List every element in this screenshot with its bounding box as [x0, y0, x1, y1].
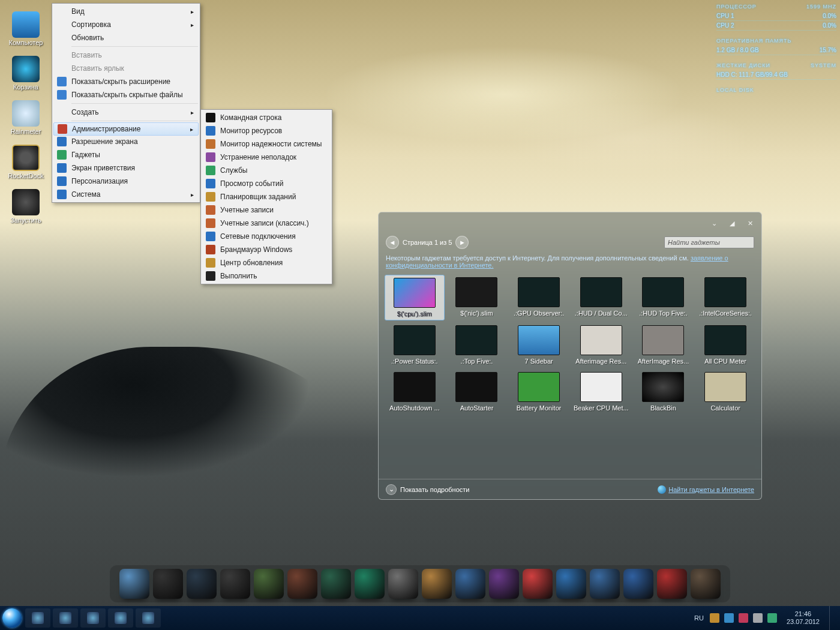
gadget-item[interactable]: $('nic').slim	[447, 275, 507, 320]
gadget-item[interactable]: All CPU Meter	[695, 323, 755, 367]
dock-item[interactable]	[590, 569, 620, 599]
gadget-item[interactable]: AfterImage Res...	[634, 323, 694, 367]
page-next-button[interactable]: ►	[455, 236, 469, 249]
taskbar-pinned-app[interactable]	[136, 608, 161, 628]
gadget-label: AfterImage Res...	[638, 358, 689, 365]
close-icon[interactable]: ✕	[745, 218, 755, 229]
language-indicator[interactable]: RU	[694, 614, 704, 622]
start-button[interactable]	[0, 606, 24, 630]
gadgets-titlebar[interactable]: ⌄ ◢ ✕	[379, 212, 761, 234]
show-desktop-button[interactable]	[829, 606, 835, 630]
tray-icon[interactable]	[724, 613, 734, 623]
back-icon[interactable]: ⌄	[709, 218, 719, 229]
gadget-item[interactable]: .:Power Status:.	[385, 323, 445, 367]
taskbar-pinned-app[interactable]	[108, 608, 133, 628]
globe-icon	[658, 485, 666, 494]
dock-item[interactable]	[422, 569, 452, 599]
gadget-item[interactable]: .:IntelCoreSeries:.	[695, 275, 755, 320]
menu-icon	[206, 126, 215, 136]
menu-item[interactable]: Учетные записи (классич.)	[202, 217, 331, 230]
dock-item[interactable]	[187, 569, 217, 599]
gadget-item[interactable]: Afterimage Res...	[571, 323, 631, 367]
menu-item[interactable]: Показать/скрыть расширение	[53, 75, 199, 88]
gadget-item[interactable]: BlackBin	[634, 370, 694, 414]
menu-item[interactable]: Персонализация	[53, 175, 199, 188]
expand-icon[interactable]: ⌄	[386, 484, 397, 495]
menu-item[interactable]: Монитор ресурсов	[202, 124, 331, 137]
desktop-icon[interactable]: Rainmeter	[3, 92, 49, 135]
menu-item[interactable]: Разрешение экрана	[53, 135, 199, 148]
menu-icon	[57, 176, 67, 186]
menu-item[interactable]: Планировщик заданий	[202, 190, 331, 203]
dock-item[interactable]	[321, 569, 351, 599]
dock-item[interactable]	[388, 569, 418, 599]
dock-item[interactable]	[556, 569, 586, 599]
menu-item[interactable]: Брандмауэр Windows	[202, 243, 331, 256]
menu-item[interactable]: Монитор надежности системы	[202, 137, 331, 151]
menu-item[interactable]: Учетные записи	[202, 203, 331, 217]
dock-item[interactable]	[523, 569, 553, 599]
menu-item[interactable]: Устранение неполадок	[202, 151, 331, 164]
dock-item[interactable]	[657, 569, 687, 599]
menu-item[interactable]: Экран приветствия	[53, 161, 199, 175]
page-prev-button[interactable]: ◄	[386, 236, 399, 249]
dock-item[interactable]	[355, 569, 385, 599]
dock-item[interactable]	[254, 569, 284, 599]
dock-item[interactable]	[153, 569, 183, 599]
desktop-icon[interactable]: Компьютер	[3, 3, 49, 46]
dock-item[interactable]	[287, 569, 317, 599]
menu-item[interactable]: Показать/скрыть скрытые файлы	[53, 88, 199, 101]
taskbar-pinned-app[interactable]	[80, 608, 106, 628]
show-details-button[interactable]: Показать подробности	[400, 486, 469, 493]
gadget-label: .:Top Five:.	[461, 358, 493, 365]
taskbar-pinned-app[interactable]	[25, 608, 50, 628]
gadget-item[interactable]: .:HUD Top Five:.	[634, 275, 694, 320]
menu-item[interactable]: Центр обновления	[202, 256, 331, 269]
menu-item[interactable]: Сортировка	[53, 18, 199, 31]
menu-item[interactable]: Службы	[202, 164, 331, 177]
gadget-item[interactable]: AutoStarter	[447, 370, 507, 414]
gadget-label: BlackBin	[650, 404, 676, 412]
clock[interactable]: 21:46 23.07.2012	[787, 610, 820, 626]
menu-item[interactable]: Командная строка	[202, 111, 331, 124]
desktop-icon[interactable]: RocketDock	[3, 136, 49, 179]
gadget-item[interactable]: .:Top Five:.	[447, 323, 507, 367]
gadget-label: .:GPU Observer:.	[514, 310, 564, 317]
menu-item[interactable]: Администрирование	[53, 122, 199, 136]
menu-item[interactable]: Просмотр событий	[202, 177, 331, 190]
gadget-item[interactable]: .:GPU Observer:.	[509, 275, 569, 320]
gadget-item[interactable]: .:HUD / Dual Co...	[571, 275, 631, 320]
menu-item[interactable]: Гаджеты	[53, 148, 199, 161]
menu-item[interactable]: Создать	[53, 106, 199, 119]
dock-item[interactable]	[691, 569, 721, 599]
menu-item[interactable]: Обновить	[53, 31, 199, 44]
desktop-icon[interactable]: Запустить	[3, 181, 49, 224]
minimize-icon[interactable]: ◢	[727, 218, 737, 229]
gadget-item[interactable]: $('cpu').slim	[385, 275, 445, 320]
tray-icon[interactable]	[710, 613, 719, 623]
tray-icon[interactable]	[739, 613, 748, 623]
tray-icon[interactable]	[767, 613, 777, 623]
dock-item[interactable]	[455, 569, 485, 599]
desktop-icon[interactable]: Корзина	[3, 47, 49, 91]
taskbar-pinned-app[interactable]	[53, 608, 78, 628]
tray-icon[interactable]	[753, 613, 763, 623]
gadget-item[interactable]: Battery Monitor	[509, 370, 569, 414]
menu-item[interactable]: Сетевые подключения	[202, 230, 331, 243]
find-online-link[interactable]: Найти гаджеты в Интернете	[658, 485, 754, 494]
gadget-item[interactable]: 7 Sidebar	[509, 323, 569, 367]
search-input[interactable]: Найти гаджеты	[664, 236, 754, 248]
gadget-item[interactable]: Beaker CPU Met...	[571, 370, 631, 414]
gadgets-grid: $('cpu').slim$('nic').slim.:GPU Observer…	[379, 272, 761, 416]
gadget-item[interactable]: Calculator	[695, 370, 755, 414]
dock-item[interactable]	[220, 569, 250, 599]
menu-item[interactable]: Выполнить	[202, 269, 331, 283]
dock-item[interactable]	[489, 569, 519, 599]
menu-item[interactable]: Вид	[53, 5, 199, 18]
menu-item[interactable]: Система	[53, 188, 199, 201]
dock-item[interactable]	[119, 569, 149, 599]
system-tray: RU 21:46 23.07.2012	[689, 606, 840, 630]
gadget-item[interactable]: AutoShutdown ...	[385, 370, 445, 414]
dock-item[interactable]	[623, 569, 653, 599]
menu-icon	[57, 77, 67, 86]
